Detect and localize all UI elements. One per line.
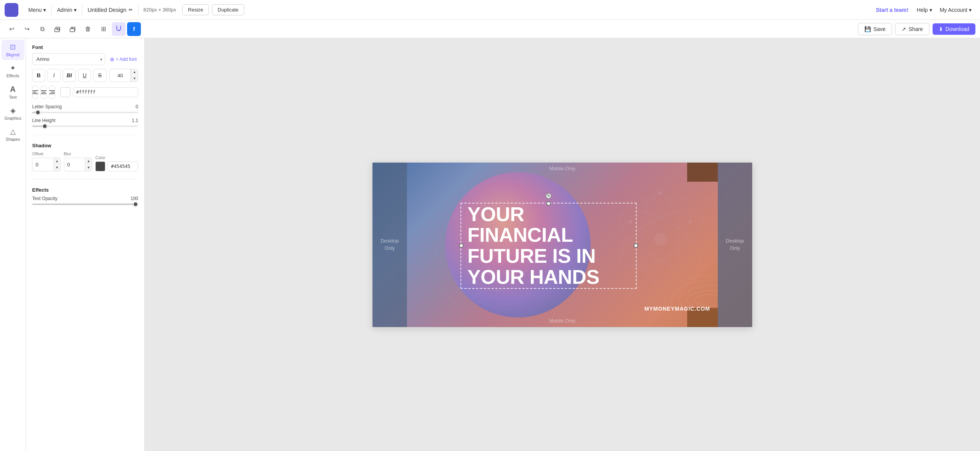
font-size-spinner: ▲ ▼ (131, 69, 138, 82)
canvas-url-text: MYMONEYMAGIC.COM (644, 306, 710, 312)
add-font-button[interactable]: ⊕ + Add font (108, 55, 138, 64)
design-title-button[interactable]: Untitled Design ✏ (84, 4, 137, 15)
toolbar-right: 💾 Save ↗ Share ⬇ Download (858, 23, 975, 35)
italic-button[interactable]: I (47, 69, 60, 82)
sidebar-tab-effects[interactable]: ✦ Effects (2, 61, 24, 81)
shadow-offset-down-button[interactable]: ▼ (54, 164, 60, 171)
facebook-button[interactable]: f (127, 22, 141, 36)
letter-spacing-label-row: Letter Spacing 0 (32, 104, 138, 109)
redo-button[interactable]: ↪ (20, 22, 34, 36)
delete-button[interactable]: 🗑 (81, 22, 95, 36)
shadow-offset-input-wrap: ▲ ▼ (32, 158, 61, 171)
align-left-button[interactable] (32, 86, 38, 99)
text-color-input[interactable] (73, 87, 138, 97)
shadow-blur-up-button[interactable]: ▲ (85, 158, 92, 164)
help-chevron-icon: ▾ (929, 7, 932, 13)
right-handle[interactable] (634, 243, 638, 248)
rotate-handle[interactable]: ↻ (546, 193, 552, 199)
help-label: Help (917, 7, 928, 13)
font-family-select[interactable]: Arimo (32, 53, 105, 65)
layer-up-button[interactable] (66, 22, 80, 36)
grid-button[interactable]: ⊞ (96, 22, 110, 36)
shapes-label: Shapes (6, 137, 20, 142)
shadow-blur-label: Blur (64, 151, 93, 156)
effects-icon: ✦ (10, 64, 16, 72)
share-button[interactable]: ↗ Share (895, 23, 929, 35)
shadow-color-swatch[interactable] (95, 161, 105, 171)
shadow-color-wrap (95, 161, 138, 171)
shadow-offset-input[interactable] (33, 160, 54, 169)
shadow-blur-down-button[interactable]: ▼ (85, 164, 92, 171)
line-height-slider[interactable] (32, 125, 138, 127)
undo-button[interactable]: ↩ (5, 22, 18, 36)
my-account-button[interactable]: My Account ▾ (936, 5, 975, 15)
download-icon: ⬇ (939, 26, 943, 32)
svg-point-26 (655, 233, 666, 245)
nav-divider-2 (82, 5, 82, 15)
resize-button[interactable]: Resize (182, 4, 209, 15)
sidebar-tab-bkgrnd[interactable]: ⊡ Bkgrnd (2, 40, 24, 60)
shadow-offset-up-button[interactable]: ▲ (54, 158, 60, 164)
main-canvas-area: Desktop Only Desktop Only Mobile Only Mo… (145, 38, 980, 451)
shadow-blur-input[interactable] (64, 160, 85, 169)
font-size-up-button[interactable]: ▲ (131, 69, 138, 75)
desktop-left-overlay: Desktop Only (372, 163, 407, 327)
sidebar-tabs: ⊡ Bkgrnd ✦ Effects A Text ◈ Graphics △ S… (0, 38, 26, 451)
save-icon: 💾 (864, 26, 871, 32)
strikethrough-button[interactable]: S (93, 69, 106, 82)
letter-spacing-slider[interactable] (32, 112, 138, 113)
canvas-headline: YOUR FINANCIAL FUTURE IS IN YOUR HANDS (467, 204, 630, 287)
share-icon: ↗ (902, 26, 906, 32)
sidebar-tab-graphics[interactable]: ◈ Graphics (2, 103, 24, 124)
left-handle[interactable] (459, 243, 464, 248)
font-select-wrap: Arimo ▾ (32, 53, 105, 65)
text-color-swatch[interactable] (60, 87, 70, 97)
design-title-text: Untitled Design (88, 7, 127, 13)
my-account-label: My Account (940, 7, 967, 13)
line-height-label-row: Line Height 1.1 (32, 118, 138, 123)
top-nav: Menu ▾ Admin ▾ Untitled Design ✏ 820px ×… (0, 0, 980, 20)
font-size-control: ▲ ▼ (109, 69, 138, 82)
magnet-button[interactable] (112, 22, 126, 36)
download-button[interactable]: ⬇ Download (933, 23, 975, 35)
effects-section-title: Effects (32, 187, 138, 193)
admin-chevron-icon: ▾ (74, 7, 77, 13)
sidebar-tab-shapes[interactable]: △ Shapes (2, 124, 24, 145)
layer-down-button[interactable] (51, 22, 64, 36)
underline-button[interactable]: U (78, 69, 91, 82)
menu-button[interactable]: Menu ▾ (24, 5, 50, 15)
text-opacity-section: Text Opacity 100 (32, 196, 138, 205)
bold-button[interactable]: B (32, 69, 45, 82)
desktop-right-label: Desktop Only (726, 238, 744, 251)
shadow-blur-spinner: ▲ ▼ (85, 158, 92, 171)
top-handle[interactable] (546, 201, 551, 206)
menu-label: Menu (28, 7, 42, 13)
save-label: Save (873, 26, 885, 32)
app-logo[interactable] (5, 3, 18, 17)
headline-line-1: YOUR FINANCIAL (467, 203, 573, 246)
admin-label: Admin (57, 7, 72, 13)
add-font-label: + Add font (116, 57, 137, 62)
font-size-down-button[interactable]: ▼ (131, 75, 138, 82)
save-button[interactable]: 💾 Save (858, 23, 892, 35)
canvas-textbox[interactable]: ↻ YOUR FINANCIAL FUTURE IS IN YOUR HANDS (461, 203, 637, 289)
svg-point-28 (688, 220, 692, 224)
format-row: B I BI U S ▲ ▼ (32, 69, 138, 82)
letter-spacing-label: Letter Spacing (32, 104, 62, 109)
duplicate-button[interactable]: Duplicate (212, 4, 244, 15)
shadow-offset-label: Offset (32, 151, 61, 156)
canvas[interactable]: Desktop Only Desktop Only Mobile Only Mo… (372, 163, 752, 327)
help-button[interactable]: Help ▾ (913, 5, 936, 15)
bold-italic-button[interactable]: BI (63, 69, 76, 82)
text-label: Text (9, 95, 16, 99)
start-team-button[interactable]: Start a team! (871, 5, 913, 15)
align-right-button[interactable] (49, 86, 55, 99)
mobile-top-overlay: Mobile Only (407, 163, 718, 175)
sidebar-tab-text[interactable]: A Text (2, 82, 24, 103)
font-size-input[interactable] (110, 69, 131, 82)
shadow-color-input[interactable] (108, 161, 138, 171)
text-opacity-slider[interactable] (32, 204, 138, 205)
copy-button[interactable]: ⧉ (35, 22, 49, 36)
align-center-button[interactable] (41, 86, 47, 99)
admin-button[interactable]: Admin ▾ (53, 5, 80, 15)
